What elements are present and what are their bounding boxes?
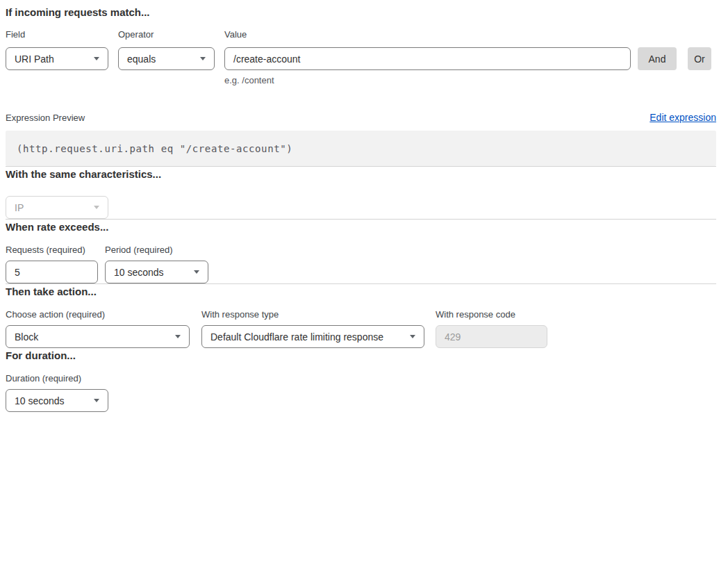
and-button[interactable]: And <box>638 47 677 70</box>
period-select[interactable]: 10 seconds <box>105 261 208 283</box>
section-characteristics: With the same characteristics... IP <box>6 167 716 219</box>
chevron-down-icon <box>94 399 99 402</box>
operator-label: Operator <box>118 30 215 40</box>
period-select-value: 10 seconds <box>114 267 164 278</box>
chevron-down-icon <box>410 335 415 338</box>
response-type-label: With response type <box>201 310 424 320</box>
section-match: If incoming requests match... Field URI … <box>6 5 716 166</box>
chevron-down-icon <box>175 335 181 338</box>
duration-select[interactable]: 10 seconds <box>6 389 108 412</box>
section-rate: When rate exceeds... Requests (required)… <box>6 220 716 283</box>
choose-action-select[interactable]: Block <box>6 325 190 348</box>
field-label: Field <box>6 30 108 40</box>
chevron-down-icon <box>194 270 199 274</box>
characteristics-heading: With the same characteristics... <box>6 167 716 181</box>
requests-label: Requests (required) <box>6 245 98 255</box>
section-duration: For duration... Duration (required) 10 s… <box>6 348 716 412</box>
response-code-label: With response code <box>436 310 547 320</box>
match-heading: If incoming requests match... <box>6 5 716 19</box>
duration-select-value: 10 seconds <box>15 395 65 406</box>
value-input[interactable] <box>224 47 631 70</box>
rate-heading: When rate exceeds... <box>6 220 716 234</box>
chevron-down-icon <box>94 206 99 209</box>
duration-heading: For duration... <box>6 348 716 363</box>
requests-input[interactable] <box>6 261 98 283</box>
chevron-down-icon <box>200 57 206 60</box>
response-type-select-value: Default Cloudflare rate limiting respons… <box>210 331 383 343</box>
period-label: Period (required) <box>105 245 208 255</box>
section-action: Then take action... Choose action (requi… <box>6 284 716 348</box>
operator-select[interactable]: equals <box>118 47 215 70</box>
or-button[interactable]: Or <box>688 47 711 70</box>
response-type-select[interactable]: Default Cloudflare rate limiting respons… <box>201 325 424 348</box>
value-hint: e.g. /content <box>224 75 631 85</box>
action-heading: Then take action... <box>6 284 716 299</box>
value-label: Value <box>224 30 631 40</box>
characteristics-select: IP <box>6 196 108 219</box>
choose-action-label: Choose action (required) <box>6 310 190 320</box>
edit-expression-link[interactable]: Edit expression <box>650 112 716 123</box>
choose-action-select-value: Block <box>15 331 38 343</box>
characteristics-select-value: IP <box>15 202 24 213</box>
expression-preview-label: Expression Preview <box>6 113 85 123</box>
duration-label: Duration (required) <box>6 374 716 384</box>
chevron-down-icon <box>94 57 99 60</box>
expression-preview-code: (http.request.uri.path eq "/create-accou… <box>6 131 716 166</box>
response-code-input <box>436 325 547 348</box>
operator-select-value: equals <box>127 53 156 65</box>
field-select[interactable]: URI Path <box>6 47 108 70</box>
field-select-value: URI Path <box>15 53 54 65</box>
